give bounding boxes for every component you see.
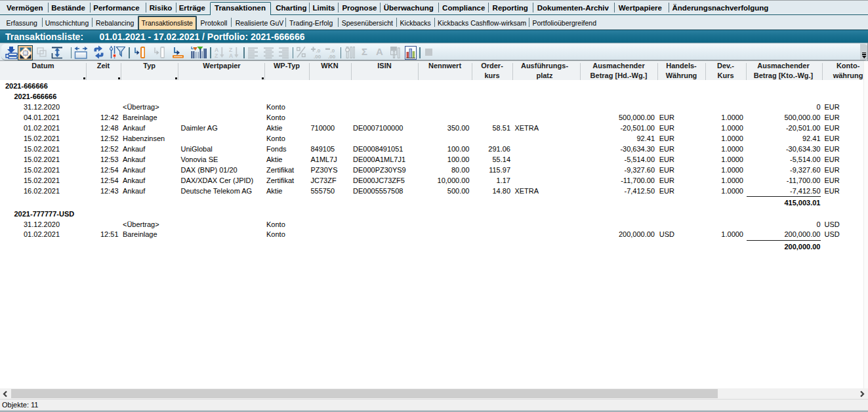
svg-text:.0: .0 [330,48,335,54]
svg-text:.0: .0 [316,48,321,54]
svg-text:.00: .00 [314,54,321,59]
svg-text:A: A [229,52,233,59]
svg-text:Z: Z [215,52,218,59]
svg-text:.00: .00 [328,54,336,59]
